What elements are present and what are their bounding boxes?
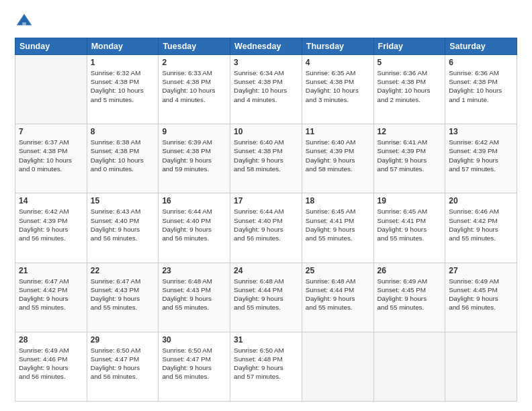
calendar-cell: 15Sunrise: 6:43 AMSunset: 4:40 PMDayligh… — [87, 193, 159, 263]
day-number: 12 — [378, 127, 442, 136]
calendar-cell: 21Sunrise: 6:47 AMSunset: 4:42 PMDayligh… — [15, 263, 87, 332]
day-number: 3 — [234, 58, 298, 67]
day-number: 31 — [234, 335, 298, 345]
day-detail: Sunrise: 6:47 AMSunset: 4:43 PMDaylight:… — [91, 277, 155, 312]
day-detail: Sunrise: 6:48 AMSunset: 4:44 PMDaylight:… — [234, 277, 298, 312]
day-number: 16 — [162, 196, 226, 205]
day-number: 8 — [91, 127, 155, 136]
calendar-cell: 10Sunrise: 6:40 AMSunset: 4:38 PMDayligh… — [230, 124, 302, 193]
day-number: 15 — [91, 196, 155, 205]
day-detail: Sunrise: 6:39 AMSunset: 4:38 PMDaylight:… — [162, 138, 226, 173]
calendar-cell: 26Sunrise: 6:49 AMSunset: 4:45 PMDayligh… — [373, 263, 445, 332]
calendar-cell: 24Sunrise: 6:48 AMSunset: 4:44 PMDayligh… — [230, 263, 302, 332]
day-number: 22 — [91, 266, 155, 275]
day-detail: Sunrise: 6:50 AMSunset: 4:48 PMDaylight:… — [234, 346, 298, 381]
day-number: 30 — [162, 335, 226, 345]
day-number: 29 — [91, 335, 155, 345]
calendar-cell: 30Sunrise: 6:50 AMSunset: 4:47 PMDayligh… — [159, 332, 230, 401]
calendar-cell: 3Sunrise: 6:34 AMSunset: 4:38 PMDaylight… — [230, 55, 302, 124]
calendar-cell — [373, 332, 445, 401]
day-number: 26 — [378, 266, 442, 275]
day-number: 20 — [449, 196, 513, 205]
calendar-cell: 9Sunrise: 6:39 AMSunset: 4:38 PMDaylight… — [159, 124, 230, 193]
week-row-1: 7Sunrise: 6:37 AMSunset: 4:38 PMDaylight… — [15, 124, 517, 193]
week-row-2: 14Sunrise: 6:42 AMSunset: 4:39 PMDayligh… — [15, 193, 517, 263]
calendar-cell: 5Sunrise: 6:36 AMSunset: 4:38 PMDaylight… — [373, 55, 445, 124]
day-detail: Sunrise: 6:36 AMSunset: 4:38 PMDaylight:… — [449, 68, 513, 104]
weekday-header-friday: Friday — [373, 38, 445, 55]
day-number: 5 — [378, 58, 442, 67]
weekday-header-wednesday: Wednesday — [230, 38, 302, 55]
header — [15, 12, 517, 31]
weekday-header-monday: Monday — [87, 38, 159, 55]
calendar-cell: 7Sunrise: 6:37 AMSunset: 4:38 PMDaylight… — [15, 124, 87, 193]
day-detail: Sunrise: 6:49 AMSunset: 4:45 PMDaylight:… — [449, 277, 513, 312]
calendar-header: SundayMondayTuesdayWednesdayThursdayFrid… — [15, 38, 517, 55]
day-number: 4 — [306, 58, 370, 67]
day-detail: Sunrise: 6:33 AMSunset: 4:38 PMDaylight:… — [162, 68, 226, 104]
day-detail: Sunrise: 6:37 AMSunset: 4:38 PMDaylight:… — [19, 138, 83, 173]
page: SundayMondayTuesdayWednesdayThursdayFrid… — [0, 0, 532, 411]
calendar-body: 1Sunrise: 6:32 AMSunset: 4:38 PMDaylight… — [15, 55, 517, 402]
calendar-cell: 22Sunrise: 6:47 AMSunset: 4:43 PMDayligh… — [87, 263, 159, 332]
day-number: 9 — [162, 127, 226, 136]
calendar-cell: 12Sunrise: 6:41 AMSunset: 4:39 PMDayligh… — [373, 124, 445, 193]
calendar-cell: 6Sunrise: 6:36 AMSunset: 4:38 PMDaylight… — [445, 55, 517, 124]
day-number: 18 — [306, 196, 370, 205]
calendar-cell: 19Sunrise: 6:45 AMSunset: 4:41 PMDayligh… — [373, 193, 445, 263]
day-detail: Sunrise: 6:45 AMSunset: 4:41 PMDaylight:… — [378, 207, 442, 242]
day-detail: Sunrise: 6:44 AMSunset: 4:40 PMDaylight:… — [234, 207, 298, 242]
day-detail: Sunrise: 6:45 AMSunset: 4:41 PMDaylight:… — [306, 207, 370, 242]
day-number: 27 — [449, 266, 513, 275]
calendar-cell: 1Sunrise: 6:32 AMSunset: 4:38 PMDaylight… — [87, 55, 159, 124]
day-detail: Sunrise: 6:38 AMSunset: 4:38 PMDaylight:… — [91, 138, 155, 173]
calendar-cell: 8Sunrise: 6:38 AMSunset: 4:38 PMDaylight… — [87, 124, 159, 193]
day-detail: Sunrise: 6:48 AMSunset: 4:44 PMDaylight:… — [306, 277, 370, 312]
day-detail: Sunrise: 6:50 AMSunset: 4:47 PMDaylight:… — [91, 346, 155, 381]
calendar-cell: 13Sunrise: 6:42 AMSunset: 4:39 PMDayligh… — [445, 124, 517, 193]
calendar-cell: 11Sunrise: 6:40 AMSunset: 4:39 PMDayligh… — [302, 124, 373, 193]
weekday-header-tuesday: Tuesday — [159, 38, 230, 55]
day-detail: Sunrise: 6:41 AMSunset: 4:39 PMDaylight:… — [378, 138, 442, 173]
day-detail: Sunrise: 6:34 AMSunset: 4:38 PMDaylight:… — [234, 68, 298, 104]
calendar-cell: 28Sunrise: 6:49 AMSunset: 4:46 PMDayligh… — [15, 332, 87, 401]
weekday-header-sunday: Sunday — [15, 38, 87, 55]
day-number: 25 — [306, 266, 370, 275]
weekday-header-thursday: Thursday — [302, 38, 373, 55]
day-number: 11 — [306, 127, 370, 136]
day-detail: Sunrise: 6:47 AMSunset: 4:42 PMDaylight:… — [19, 277, 83, 312]
day-number: 17 — [234, 196, 298, 205]
day-number: 7 — [19, 127, 83, 136]
weekday-header-saturday: Saturday — [445, 38, 517, 55]
day-detail: Sunrise: 6:46 AMSunset: 4:42 PMDaylight:… — [449, 207, 513, 242]
calendar-cell: 23Sunrise: 6:48 AMSunset: 4:43 PMDayligh… — [159, 263, 230, 332]
day-detail: Sunrise: 6:40 AMSunset: 4:39 PMDaylight:… — [306, 138, 370, 173]
calendar-cell: 16Sunrise: 6:44 AMSunset: 4:40 PMDayligh… — [159, 193, 230, 263]
day-number: 1 — [91, 58, 155, 67]
day-detail: Sunrise: 6:49 AMSunset: 4:46 PMDaylight:… — [19, 346, 83, 381]
calendar-cell: 2Sunrise: 6:33 AMSunset: 4:38 PMDaylight… — [159, 55, 230, 124]
day-detail: Sunrise: 6:32 AMSunset: 4:38 PMDaylight:… — [91, 68, 155, 104]
day-number: 19 — [378, 196, 442, 205]
day-number: 21 — [19, 266, 83, 275]
day-detail: Sunrise: 6:35 AMSunset: 4:38 PMDaylight:… — [306, 68, 370, 104]
day-detail: Sunrise: 6:48 AMSunset: 4:43 PMDaylight:… — [162, 277, 226, 312]
calendar-cell: 31Sunrise: 6:50 AMSunset: 4:48 PMDayligh… — [230, 332, 302, 401]
day-detail: Sunrise: 6:40 AMSunset: 4:38 PMDaylight:… — [234, 138, 298, 173]
calendar-cell: 29Sunrise: 6:50 AMSunset: 4:47 PMDayligh… — [87, 332, 159, 401]
calendar-cell: 27Sunrise: 6:49 AMSunset: 4:45 PMDayligh… — [445, 263, 517, 332]
day-number: 14 — [19, 196, 83, 205]
weekday-row: SundayMondayTuesdayWednesdayThursdayFrid… — [15, 38, 517, 55]
day-detail: Sunrise: 6:42 AMSunset: 4:39 PMDaylight:… — [19, 207, 83, 242]
logo — [15, 12, 36, 31]
calendar-cell: 20Sunrise: 6:46 AMSunset: 4:42 PMDayligh… — [445, 193, 517, 263]
day-detail: Sunrise: 6:36 AMSunset: 4:38 PMDaylight:… — [378, 68, 442, 104]
day-detail: Sunrise: 6:50 AMSunset: 4:47 PMDaylight:… — [162, 346, 226, 381]
calendar-cell — [445, 332, 517, 401]
week-row-0: 1Sunrise: 6:32 AMSunset: 4:38 PMDaylight… — [15, 55, 517, 124]
calendar-cell: 4Sunrise: 6:35 AMSunset: 4:38 PMDaylight… — [302, 55, 373, 124]
day-number: 13 — [449, 127, 513, 136]
calendar-cell: 14Sunrise: 6:42 AMSunset: 4:39 PMDayligh… — [15, 193, 87, 263]
calendar-cell — [302, 332, 373, 401]
day-number: 28 — [19, 335, 83, 345]
